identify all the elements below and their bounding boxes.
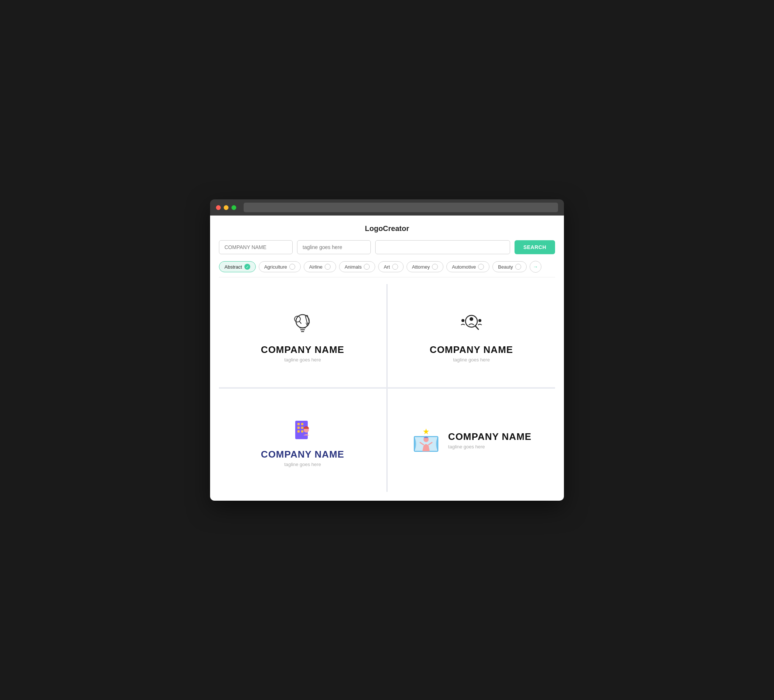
svg-marker-22 (423, 428, 429, 434)
app-window: LogoCreator SEARCH Abstract✓AgricultureA… (210, 199, 564, 501)
svg-rect-12 (298, 427, 299, 429)
filter-check-attorney (432, 264, 438, 270)
filter-label-agriculture: Agriculture (264, 264, 287, 270)
close-button[interactable] (216, 205, 221, 210)
filter-check-agriculture (289, 264, 295, 270)
app-title: LogoCreator (219, 225, 555, 233)
filter-chip-automotive[interactable]: Automotive (447, 261, 490, 272)
filter-label-art: Art (384, 264, 390, 270)
filter-label-attorney: Attorney (412, 264, 430, 270)
filter-chip-attorney[interactable]: Attorney (407, 261, 443, 272)
filter-next-button[interactable]: → (530, 261, 541, 272)
logo-icon-3 (288, 413, 318, 443)
filter-chip-art[interactable]: Art (378, 261, 404, 272)
svg-rect-11 (301, 423, 303, 425)
logo-3-tagline: tagline goes here (284, 462, 321, 467)
logo-card-2[interactable]: COMPANY NAME tagline goes here (388, 284, 555, 387)
svg-point-5 (470, 317, 473, 321)
svg-point-6 (461, 319, 465, 322)
search-bar: SEARCH (219, 240, 555, 254)
url-bar (244, 203, 558, 212)
filter-chip-agriculture[interactable]: Agriculture (259, 261, 301, 272)
filter-chip-airline[interactable]: Airline (304, 261, 336, 272)
filter-check-abstract: ✓ (244, 264, 250, 270)
logo-icon-1 (288, 309, 318, 338)
filter-label-automotive: Automotive (452, 264, 476, 270)
svg-line-2 (299, 321, 301, 324)
filter-bar: Abstract✓AgricultureAirlineAnimalsArtAtt… (219, 261, 555, 277)
app-content: LogoCreator SEARCH Abstract✓AgricultureA… (210, 216, 564, 501)
svg-point-0 (296, 315, 309, 328)
filter-label-airline: Airline (309, 264, 322, 270)
svg-line-8 (475, 326, 478, 329)
logo-1-company: COMPANY NAME (261, 344, 344, 355)
logo-icon-4 (411, 426, 441, 455)
logo-card-3[interactable]: COMPANY NAME tagline goes here (219, 389, 386, 492)
svg-rect-13 (301, 427, 303, 429)
maximize-button[interactable] (232, 205, 236, 210)
filter-chip-abstract[interactable]: Abstract✓ (219, 261, 256, 272)
search-button[interactable]: SEARCH (514, 240, 555, 254)
svg-point-7 (478, 319, 481, 322)
logo-card-1[interactable]: COMPANY NAME tagline goes here (219, 284, 386, 387)
logo-2-tagline: tagline goes here (453, 357, 490, 363)
titlebar (210, 199, 564, 216)
logo-3-company: COMPANY NAME (261, 449, 344, 460)
logo-1-tagline: tagline goes here (284, 357, 321, 363)
logo-card-4[interactable]: COMPANY NAME tagline goes here (388, 389, 555, 492)
extra-input[interactable] (375, 240, 510, 254)
logo-grid: COMPANY NAME tagline goes here (219, 284, 555, 492)
filter-label-animals: Animals (345, 264, 362, 270)
svg-rect-15 (301, 430, 303, 433)
filter-check-art (392, 264, 398, 270)
filter-check-animals (364, 264, 370, 270)
filter-check-airline (325, 264, 331, 270)
logo-4-tagline: tagline goes here (448, 444, 531, 449)
logo-2-company: COMPANY NAME (430, 344, 513, 355)
filter-check-automotive (478, 264, 484, 270)
minimize-button[interactable] (224, 205, 228, 210)
tagline-input[interactable] (297, 240, 371, 254)
logo-4-text: COMPANY NAME tagline goes here (448, 431, 531, 449)
svg-rect-14 (298, 430, 299, 433)
filter-check-beauty (515, 264, 521, 270)
filter-label-beauty: Beauty (498, 264, 513, 270)
company-input[interactable] (219, 240, 293, 254)
logo-icon-2 (455, 309, 488, 338)
filter-chip-beauty[interactable]: Beauty (493, 261, 526, 272)
logo-4-company: COMPANY NAME (448, 431, 531, 442)
svg-rect-10 (298, 423, 299, 425)
filter-label-abstract: Abstract (225, 264, 242, 270)
filter-chip-animals[interactable]: Animals (339, 261, 375, 272)
